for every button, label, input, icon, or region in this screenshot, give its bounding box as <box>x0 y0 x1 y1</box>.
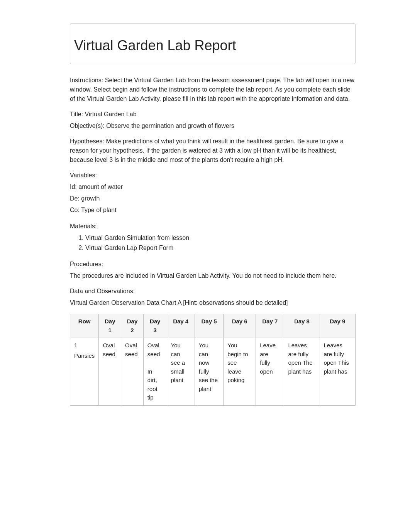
variables-label-line: Variables: <box>70 171 356 180</box>
list-item: Virtual Garden Lap Report Form <box>85 243 356 253</box>
id-label: Id: <box>70 184 77 190</box>
cell-day1: Oval seed <box>99 338 121 406</box>
title-label: Title: <box>70 111 83 117</box>
procedures-section: Procedures: The procedures are included … <box>70 260 356 280</box>
objective-label: Objective(s): <box>70 122 105 129</box>
instructions-section: Instructions: Select the Virtual Garden … <box>70 76 356 104</box>
title-section: Virtual Garden Lab Report <box>70 23 356 64</box>
instructions-text: Instructions: Select the Virtual Garden … <box>70 76 356 104</box>
hypotheses-section: Hypotheses: Make predictions of what you… <box>70 137 356 165</box>
procedures-label: Procedures: <box>70 261 103 267</box>
hypotheses-label: Hypotheses: <box>70 138 104 144</box>
hypotheses-value: Make predictions of what you think will … <box>70 138 344 163</box>
chart-title: Virtual Garden Observation Data Chart A … <box>70 299 288 306</box>
materials-section: Materials: Virtual Garden Simulation fro… <box>70 222 356 253</box>
data-observations-section: Data and Observations: Virtual Garden Ob… <box>70 287 356 406</box>
co-value: Type of plant <box>81 207 117 213</box>
de-label: De: <box>70 195 80 202</box>
cell-day6: You begin to see leave poking <box>224 338 256 406</box>
page-title: Virtual Garden Lab Report <box>74 35 344 56</box>
objective-section: Objective(s): Observe the germination an… <box>70 121 356 131</box>
id-line: Id: amount of water <box>70 182 356 192</box>
col-header-day7: Day 7 <box>256 314 284 338</box>
cell-day7: Leave are fully open <box>256 338 284 406</box>
row-number: 1 <box>74 341 95 350</box>
variables-section: Variables: Id: amount of water De: growt… <box>70 171 356 215</box>
col-header-day6: Day 6 <box>224 314 256 338</box>
col-header-day2: Day 2 <box>121 314 144 338</box>
col-header-day1: Day 1 <box>99 314 121 338</box>
cell-day2: Oval seed <box>121 338 144 406</box>
cell-day4: You can see a small plant <box>167 338 195 406</box>
col-header-day3: Day 3 <box>143 314 167 338</box>
materials-list: Virtual Garden Simulation from lesson Vi… <box>85 233 356 253</box>
row-label-cell: 1 Pansies <box>70 338 99 406</box>
co-line: Co: Type of plant <box>70 206 356 215</box>
title-value: Virtual Garden Lab <box>85 111 137 117</box>
col-header-day8: Day 8 <box>284 314 320 338</box>
col-header-day5: Day 5 <box>195 314 223 338</box>
materials-label-line: Materials: <box>70 222 356 231</box>
procedures-text: The procedures are included in Virtual G… <box>70 271 356 280</box>
col-header-day9: Day 9 <box>320 314 356 338</box>
id-value: amount of water <box>78 184 123 190</box>
title-field: Title: Virtual Garden Lab <box>70 110 356 119</box>
observation-table: Row Day 1 Day 2 Day 3 Day 4 Day 5 Day 6 … <box>70 314 356 406</box>
cell-day3: Oval seed In dirt, root tip <box>143 338 167 406</box>
materials-label: Materials: <box>70 223 97 229</box>
cell-day9: Leaves are fully open This plant has <box>320 338 356 406</box>
de-value: growth <box>81 195 100 202</box>
data-table-wrapper: Row Day 1 Day 2 Day 3 Day 4 Day 5 Day 6 … <box>70 314 356 406</box>
table-row: 1 Pansies Oval seed Oval seed Oval seed … <box>70 338 356 406</box>
col-header-day4: Day 4 <box>167 314 195 338</box>
list-item: Virtual Garden Simulation from lesson <box>85 233 356 243</box>
objective-value: Observe the germination and growth of fl… <box>106 122 234 129</box>
procedures-label-line: Procedures: <box>70 260 356 269</box>
de-line: De: growth <box>70 194 356 203</box>
table-header-row: Row Day 1 Day 2 Day 3 Day 4 Day 5 Day 6 … <box>70 314 356 338</box>
col-header-row: Row <box>70 314 99 338</box>
variables-label: Variables: <box>70 172 97 178</box>
cell-day8: Leaves are fully open The plant has <box>284 338 320 406</box>
page-container: Virtual Garden Lab Report Instructions: … <box>39 0 371 444</box>
data-observations-label: Data and Observations: <box>70 287 356 296</box>
chart-title-line: Virtual Garden Observation Data Chart A … <box>70 298 356 308</box>
co-label: Co: <box>70 207 80 213</box>
cell-day5: You can now fully see the plant <box>195 338 223 406</box>
row-plant-name: Pansies <box>74 352 95 360</box>
